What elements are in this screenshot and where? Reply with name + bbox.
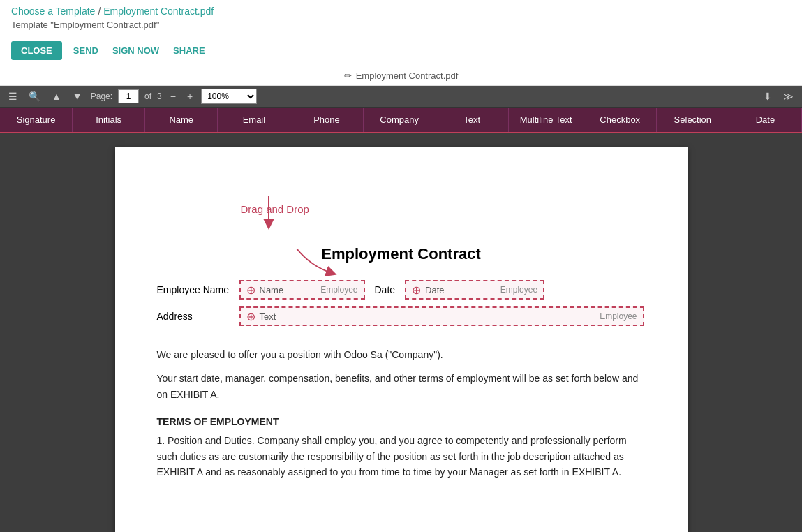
date-separator-label: Date xyxy=(375,284,396,295)
tab-email-label: Email xyxy=(243,114,266,125)
sidebar-toggle-icon[interactable]: ☰ xyxy=(6,89,20,103)
tab-company[interactable]: Company xyxy=(364,108,436,132)
page-total: 3 xyxy=(157,91,162,101)
download-icon[interactable]: ⬇ xyxy=(761,89,775,103)
text-field-role: Employee xyxy=(600,311,637,321)
top-header: Choose a Template / Employment Contract.… xyxy=(0,0,802,66)
tab-multiline-text-label: Multiline Text xyxy=(520,114,572,125)
share-button[interactable]: SHARE xyxy=(170,41,208,60)
document-title: Employment Contract xyxy=(157,245,646,263)
date-field-role: Employee xyxy=(500,285,537,295)
name-field-box[interactable]: ⊕ Name Employee xyxy=(239,280,365,300)
tab-signature-label: Signature xyxy=(17,114,56,125)
page-of-label: of xyxy=(144,91,151,101)
text-field-box[interactable]: ⊕ Text Employee xyxy=(239,306,644,326)
name-field-role: Employee xyxy=(320,285,357,295)
employee-name-row: Employee Name ⊕ Name Employee Date ⊕ Dat… xyxy=(157,280,646,300)
page-label-prefix: Page: xyxy=(91,91,112,101)
date-field-type: Date xyxy=(425,285,444,295)
breadcrumb-sub-text: Template "Employment Contract.pdf" xyxy=(11,20,159,30)
field-type-tabs: Signature Initials Name Email Phone Comp… xyxy=(0,108,802,133)
address-label: Address xyxy=(157,311,234,322)
toolbar-buttons: CLOSE SEND SIGN NOW SHARE xyxy=(11,36,791,66)
document-filename: Employment Contract.pdf xyxy=(356,71,459,81)
name-field-type: Name xyxy=(260,285,284,295)
tab-initials[interactable]: Initials xyxy=(73,108,145,132)
tab-checkbox-label: Checkbox xyxy=(600,114,640,125)
sign-now-button[interactable]: SIGN NOW xyxy=(110,41,162,60)
tab-date[interactable]: Date xyxy=(729,108,802,132)
tab-company-label: Company xyxy=(380,114,419,125)
paragraph-2: Your start date, manager, compensation, … xyxy=(157,371,646,402)
tab-text-label: Text xyxy=(463,114,480,125)
more-options-icon[interactable]: ≫ xyxy=(780,89,796,103)
tab-selection-label: Selection xyxy=(674,114,711,125)
tab-signature[interactable]: Signature xyxy=(0,108,73,132)
move-icon: ⊕ xyxy=(246,283,255,297)
zoom-in-icon[interactable]: + xyxy=(184,89,195,103)
pencil-bar: ✏ Employment Contract.pdf xyxy=(0,66,802,86)
section-title: TERMS OF EMPLOYMENT xyxy=(157,416,646,427)
zoom-out-icon[interactable]: − xyxy=(168,89,179,103)
tab-selection[interactable]: Selection xyxy=(657,108,729,132)
breadcrumb-sub: Template "Employment Contract.pdf" xyxy=(11,20,791,36)
breadcrumb: Choose a Template / Employment Contract.… xyxy=(11,6,791,20)
employee-name-label: Employee Name xyxy=(157,284,234,295)
text-field-type: Text xyxy=(260,311,276,322)
tab-initials-label: Initials xyxy=(96,114,121,125)
tab-phone[interactable]: Phone xyxy=(290,108,363,132)
next-page-icon[interactable]: ▼ xyxy=(70,89,85,103)
numbered-paragraph: 1. Position and Duties. Company shall em… xyxy=(157,433,646,480)
close-button[interactable]: CLOSE xyxy=(11,41,62,60)
tab-name[interactable]: Name xyxy=(145,108,218,132)
breadcrumb-choose-template[interactable]: Choose a Template xyxy=(11,6,95,17)
doc-area: Drag and Drop Employment Contract Employ… xyxy=(0,133,802,532)
breadcrumb-filename[interactable]: Employment Contract.pdf xyxy=(103,6,214,17)
doc-page: Drag and Drop Employment Contract Employ… xyxy=(115,147,688,532)
pdf-toolbar-right: ⬇ ≫ xyxy=(761,89,796,103)
date-move-icon: ⊕ xyxy=(412,283,421,297)
drag-drop-label: Drag and Drop xyxy=(241,203,309,216)
drag-drop-arrows xyxy=(115,147,688,329)
text-move-icon: ⊕ xyxy=(246,310,255,323)
tab-text[interactable]: Text xyxy=(436,108,509,132)
pdf-viewer: ☰ 🔍 ▲ ▼ Page: of 3 − + 100% 75% 125% 150… xyxy=(0,86,802,532)
tab-date-label: Date xyxy=(756,114,775,125)
tab-multiline-text[interactable]: Multiline Text xyxy=(509,108,584,132)
pencil-icon: ✏ xyxy=(344,71,352,81)
page-number-input[interactable] xyxy=(118,89,139,103)
pdf-toolbar: ☰ 🔍 ▲ ▼ Page: of 3 − + 100% 75% 125% 150… xyxy=(0,86,802,108)
paragraph-1: We are pleased to offer you a position w… xyxy=(157,347,646,362)
tab-phone-label: Phone xyxy=(313,114,340,125)
prev-page-icon[interactable]: ▲ xyxy=(49,89,64,103)
zoom-select[interactable]: 100% 75% 125% 150% xyxy=(201,89,257,104)
watermark: ⟳ xyxy=(542,528,651,532)
date-field-box[interactable]: ⊕ Date Employee xyxy=(405,280,544,300)
breadcrumb-sep1: / xyxy=(98,6,101,17)
search-icon[interactable]: 🔍 xyxy=(26,89,43,103)
send-button[interactable]: SEND xyxy=(70,41,101,60)
address-row: Address ⊕ Text Employee xyxy=(157,306,646,326)
tab-checkbox[interactable]: Checkbox xyxy=(584,108,657,132)
tab-email[interactable]: Email xyxy=(218,108,290,132)
tab-name-label: Name xyxy=(169,114,193,125)
